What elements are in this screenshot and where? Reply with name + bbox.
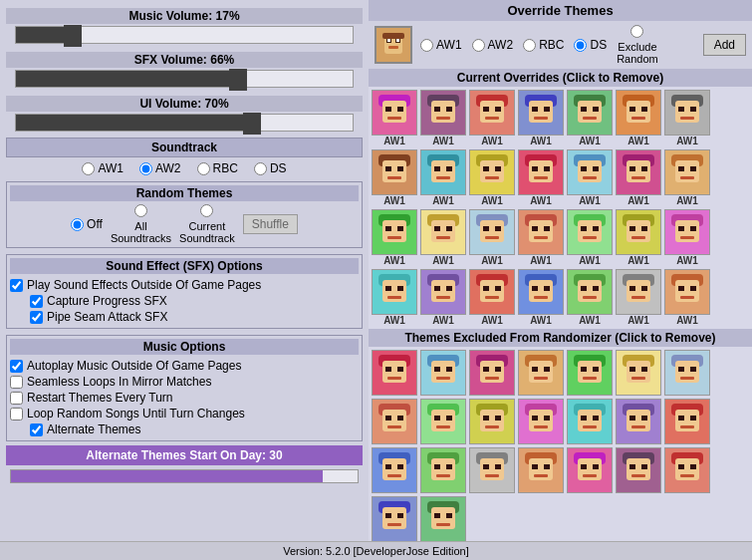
music-seamless-checkbox[interactable] [10, 376, 23, 389]
random-all[interactable]: AllSoundtracks [111, 204, 171, 244]
sprite-item[interactable] [469, 447, 515, 493]
sprite-item[interactable]: AW1 [518, 90, 564, 146]
music-volume-track[interactable] [15, 26, 354, 44]
sfx-pipe-checkbox[interactable] [30, 311, 43, 324]
sprite-item[interactable]: AW1 [420, 209, 466, 266]
override-exclude-random[interactable]: ExcludeRandom [617, 25, 658, 65]
sprite-item[interactable]: AW1 [567, 149, 613, 206]
music-loop-option[interactable]: Loop Random Songs Until Turn Changes [10, 406, 359, 421]
override-rbc-radio[interactable] [523, 39, 536, 52]
sprite-item[interactable]: AW1 [518, 149, 564, 206]
sprite-item[interactable]: AW1 [420, 269, 466, 326]
random-all-radio[interactable] [134, 204, 147, 217]
sprite-item[interactable]: AW1 [372, 90, 417, 146]
random-current-radio[interactable] [200, 204, 213, 217]
sprite-item[interactable]: AW1 [469, 269, 515, 326]
sprite-item[interactable] [420, 496, 466, 541]
sfx-outside-checkbox[interactable] [10, 279, 23, 292]
music-alternate-checkbox[interactable] [30, 423, 43, 436]
soundtrack-rbc-radio[interactable] [197, 162, 210, 175]
sprite-item[interactable]: AW1 [567, 90, 613, 146]
sfx-volume-track[interactable] [15, 70, 354, 88]
random-current[interactable]: CurrentSoundtrack [179, 204, 235, 244]
override-aw1-radio[interactable] [420, 39, 433, 52]
ui-volume-track[interactable] [15, 114, 354, 132]
override-aw1[interactable]: AW1 [420, 38, 462, 52]
music-volume-thumb[interactable] [64, 25, 82, 47]
sprite-item[interactable]: AW1 [372, 149, 417, 206]
override-exclude-radio[interactable] [630, 25, 643, 38]
sprite-item[interactable] [420, 350, 466, 396]
sprite-item[interactable] [616, 447, 661, 493]
override-ds-radio[interactable] [574, 39, 587, 52]
music-restart-option[interactable]: Restart Themes Every Turn [10, 390, 359, 406]
sprite-item[interactable]: AW1 [420, 90, 466, 146]
sprite-item[interactable] [518, 399, 564, 444]
add-button[interactable]: Add [703, 34, 746, 56]
sprite-item[interactable] [664, 447, 710, 493]
sprite-item[interactable] [372, 350, 417, 396]
sprite-item[interactable]: AW1 [616, 269, 661, 326]
sfx-capture-checkbox[interactable] [30, 295, 43, 308]
soundtrack-aw1[interactable]: AW1 [82, 161, 124, 175]
sprite-item[interactable]: AW1 [469, 149, 515, 206]
sprite-item[interactable]: AW1 [372, 269, 417, 326]
sprite-item[interactable] [372, 496, 417, 541]
music-autoplay-checkbox[interactable] [10, 360, 23, 373]
sprite-item[interactable] [469, 399, 515, 444]
sprite-item[interactable]: AW1 [616, 209, 661, 266]
sfx-outside-option[interactable]: Play Sound Effects Outside Of Game Pages [10, 277, 359, 293]
sprite-item[interactable]: AW1 [518, 269, 564, 326]
soundtrack-rbc[interactable]: RBC [197, 161, 238, 175]
soundtrack-aw1-radio[interactable] [82, 162, 95, 175]
sprite-item[interactable] [616, 399, 661, 444]
sfx-capture-option[interactable]: Capture Progress SFX [30, 293, 359, 309]
sprite-item[interactable]: AW1 [372, 209, 417, 266]
soundtrack-aw2[interactable]: AW2 [139, 161, 181, 175]
sprite-item[interactable] [518, 350, 564, 396]
random-off-radio[interactable] [71, 218, 84, 231]
alt-themes-track[interactable] [10, 469, 359, 483]
sprite-item[interactable] [372, 447, 417, 493]
ui-volume-thumb[interactable] [243, 113, 261, 135]
sprite-item[interactable]: AW1 [420, 149, 466, 206]
sprite-item[interactable]: AW1 [469, 90, 515, 146]
sprite-item[interactable]: AW1 [518, 209, 564, 266]
sprite-item[interactable]: AW1 [616, 90, 661, 146]
sprite-item[interactable] [518, 447, 564, 493]
sprite-item[interactable] [420, 399, 466, 444]
sprite-item[interactable] [567, 447, 613, 493]
music-autoplay-option[interactable]: Autoplay Music Outside Of Game Pages [10, 358, 359, 374]
sprite-item[interactable] [420, 447, 466, 493]
sprite-item[interactable] [567, 350, 613, 396]
music-alternate-option[interactable]: Alternate Themes [30, 421, 359, 437]
sprite-item[interactable] [616, 350, 661, 396]
soundtrack-ds-radio[interactable] [254, 162, 267, 175]
right-scroll-area[interactable]: Current Overrides (Click to Remove) AW1A… [369, 69, 752, 541]
sprite-item[interactable] [664, 350, 710, 396]
sprite-item[interactable]: AW1 [664, 90, 710, 146]
sprite-item[interactable]: AW1 [469, 209, 515, 266]
sprite-item[interactable] [567, 399, 613, 444]
sprite-item[interactable]: AW1 [664, 209, 710, 266]
override-ds[interactable]: DS [574, 38, 607, 52]
sprite-item[interactable] [469, 350, 515, 396]
override-rbc[interactable]: RBC [523, 38, 564, 52]
sprite-item[interactable]: AW1 [567, 269, 613, 326]
override-aw2-radio[interactable] [472, 39, 485, 52]
sprite-item[interactable]: AW1 [616, 149, 661, 206]
music-loop-checkbox[interactable] [10, 408, 23, 420]
soundtrack-aw2-radio[interactable] [139, 162, 152, 175]
shuffle-button[interactable]: Shuffle [243, 214, 298, 234]
override-aw2[interactable]: AW2 [472, 38, 514, 52]
music-restart-checkbox[interactable] [10, 392, 23, 405]
character-avatar[interactable] [375, 26, 412, 64]
sprite-item[interactable] [372, 399, 417, 444]
sfx-volume-thumb[interactable] [229, 69, 247, 91]
sprite-item[interactable] [664, 399, 710, 444]
sprite-item[interactable]: AW1 [567, 209, 613, 266]
music-seamless-option[interactable]: Seamless Loops In Mirror Matches [10, 374, 359, 390]
soundtrack-ds[interactable]: DS [254, 161, 287, 175]
sprite-item[interactable]: AW1 [664, 269, 710, 326]
sprite-item[interactable]: AW1 [664, 149, 710, 206]
